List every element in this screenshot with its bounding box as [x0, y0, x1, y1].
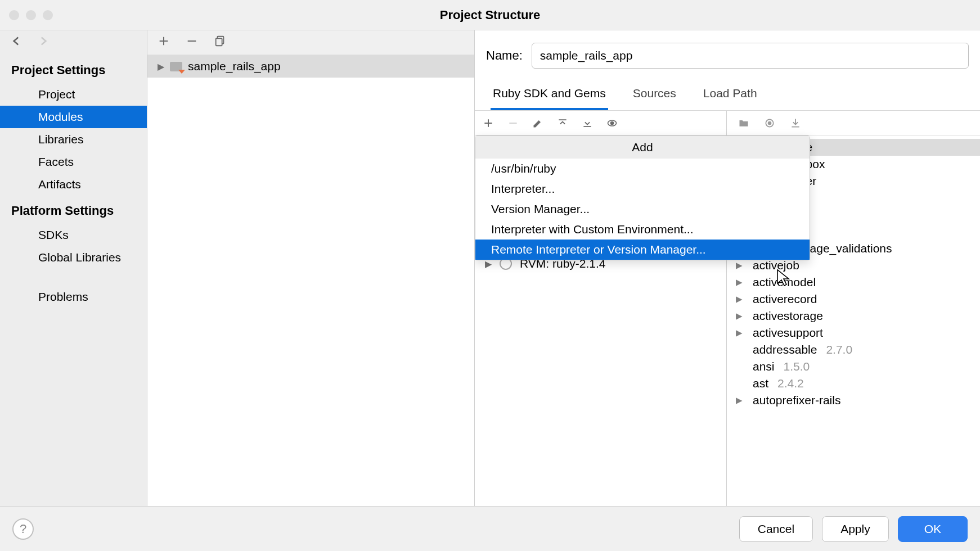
svg-point-3 — [611, 121, 614, 124]
gem-item[interactable]: addressable2.7.0 — [727, 341, 980, 358]
add-sdk-popup: Add /usr/bin/rubyInterpreter...Version M… — [475, 136, 810, 260]
tab-ruby-sdk[interactable]: Ruby SDK and Gems — [491, 81, 608, 110]
svg-rect-1 — [216, 38, 222, 46]
expand-icon[interactable]: ▶ — [736, 294, 747, 304]
add-popup-title: Add — [475, 136, 810, 159]
back-button[interactable] — [9, 34, 24, 52]
sidebar-item-sdks[interactable]: SDKs — [0, 224, 147, 246]
gem-item[interactable]: ▶autoprefixer-rails — [727, 392, 980, 409]
collapse-up-icon[interactable] — [557, 118, 568, 129]
module-list-panel: ▶ sample_rails_app — [147, 30, 475, 506]
expand-icon[interactable]: ▶ — [736, 277, 747, 287]
minimize-window-button[interactable] — [26, 10, 36, 20]
folder-icon — [170, 62, 182, 71]
detail-panel: Name: Ruby SDK and Gems Sources Load Pat… — [475, 30, 980, 506]
add-menu-item[interactable]: Interpreter... — [475, 179, 810, 199]
sdk-column: ▶RVM: ruby-2.1.4 Add /usr/bin/rubyInterp… — [475, 111, 727, 506]
help-button[interactable]: ? — [12, 518, 34, 540]
gem-item[interactable]: ▶activestorage — [727, 308, 980, 324]
sdk-toolbar — [475, 111, 726, 136]
add-sdk-icon[interactable] — [483, 118, 494, 129]
gem-item[interactable]: ▶activemodel — [727, 274, 980, 291]
sidebar-item-project[interactable]: Project — [0, 83, 147, 106]
expand-icon[interactable]: ▶ — [158, 61, 164, 72]
gem-item[interactable]: ▶activesupport — [727, 324, 980, 341]
add-menu-item[interactable]: Interpreter with Custom Environment... — [475, 219, 810, 240]
gem-version: 2.4.2 — [777, 377, 804, 390]
sidebar: Project Settings Project Modules Librari… — [0, 30, 147, 506]
gem-version: 1.5.0 — [784, 360, 810, 373]
platform-settings-heading: Platform Settings — [0, 196, 147, 224]
gem-name: activejob — [753, 259, 799, 272]
gem-item[interactable]: ansi1.5.0 — [727, 358, 980, 375]
module-name-label: sample_rails_app — [188, 60, 281, 73]
add-menu-item[interactable]: /usr/bin/ruby — [475, 159, 810, 179]
ok-button[interactable]: OK — [898, 516, 968, 542]
traffic-lights — [9, 10, 53, 20]
project-settings-heading: Project Settings — [0, 55, 147, 83]
gem-version: 2.7.0 — [826, 343, 852, 356]
remove-sdk-icon[interactable] — [507, 118, 519, 129]
sidebar-item-facets[interactable]: Facets — [0, 151, 147, 173]
expand-icon[interactable]: ▶ — [736, 311, 747, 321]
dialog-footer: ? Cancel Apply OK — [0, 506, 980, 551]
gem-name: ast — [753, 377, 768, 390]
gem-name: addressable — [753, 343, 817, 356]
gem-item[interactable]: ▶activerecord — [727, 291, 980, 308]
window-title: Project Structure — [440, 8, 541, 22]
gems-toolbar — [727, 111, 980, 136]
module-tabs: Ruby SDK and Gems Sources Load Path — [475, 81, 980, 110]
cancel-button[interactable]: Cancel — [739, 516, 813, 542]
expand-icon[interactable]: ▶ — [736, 260, 747, 270]
tab-load-path[interactable]: Load Path — [701, 81, 759, 110]
name-label: Name: — [486, 48, 523, 63]
apply-button[interactable]: Apply — [822, 516, 889, 542]
show-icon[interactable] — [606, 118, 618, 129]
svg-point-5 — [768, 121, 771, 124]
gem-item[interactable]: ast2.4.2 — [727, 375, 980, 392]
sidebar-item-global-libraries[interactable]: Global Libraries — [0, 246, 147, 269]
add-menu-item[interactable]: Remote Interpreter or Version Manager... — [475, 240, 810, 260]
module-name-input[interactable] — [532, 43, 969, 69]
copy-module-icon[interactable] — [214, 35, 226, 51]
remove-module-icon[interactable] — [186, 35, 198, 51]
module-item[interactable]: ▶ sample_rails_app — [147, 55, 474, 78]
edit-sdk-icon[interactable] — [532, 118, 543, 129]
gem-name: ansi — [753, 360, 775, 373]
open-folder-icon[interactable] — [738, 118, 749, 129]
sidebar-item-problems[interactable]: Problems — [0, 286, 147, 308]
sidebar-item-modules[interactable]: Modules — [0, 106, 147, 128]
collapse-down-icon[interactable] — [582, 118, 593, 129]
download-icon[interactable] — [790, 118, 801, 129]
expand-icon[interactable]: ▶ — [736, 328, 747, 338]
titlebar: Project Structure — [0, 0, 980, 30]
reload-icon[interactable] — [764, 118, 775, 129]
zoom-window-button[interactable] — [43, 10, 53, 20]
close-window-button[interactable] — [9, 10, 19, 20]
sidebar-item-libraries[interactable]: Libraries — [0, 128, 147, 151]
add-module-icon[interactable] — [158, 35, 170, 51]
module-toolbar — [147, 30, 474, 55]
gem-name: activestorage — [753, 309, 823, 323]
gem-name: autoprefixer-rails — [753, 394, 840, 407]
add-menu-item[interactable]: Version Manager... — [475, 199, 810, 219]
gem-name: activesupport — [753, 326, 823, 340]
gem-name: activerecord — [753, 292, 817, 306]
forward-button[interactable] — [36, 34, 51, 52]
expand-icon[interactable]: ▶ — [736, 395, 747, 405]
gem-name: activemodel — [753, 276, 816, 289]
tab-sources[interactable]: Sources — [631, 81, 678, 110]
sidebar-item-artifacts[interactable]: Artifacts — [0, 173, 147, 196]
project-structure-window: Project Structure Project Settings Proje… — [0, 0, 980, 551]
